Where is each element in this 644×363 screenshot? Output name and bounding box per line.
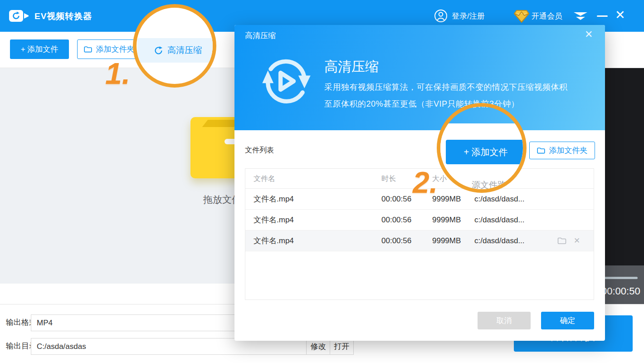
annotation-circle-step1: 高清压缩 bbox=[133, 4, 216, 88]
modal-add-file-button[interactable]: + 添加文件 bbox=[446, 140, 526, 164]
ok-label: 确定 bbox=[560, 315, 576, 326]
collapse-to-tray-icon[interactable] bbox=[573, 12, 588, 21]
cell-filename: 文件名.mp4 bbox=[254, 189, 294, 210]
remove-file-icon[interactable]: ✕ bbox=[574, 237, 580, 245]
open-vip-button[interactable]: 开通会员 bbox=[532, 11, 562, 21]
cell-path: c:/dasd/dasd... bbox=[474, 231, 525, 251]
step-2-number: 2. bbox=[413, 165, 438, 200]
table-row[interactable]: 文件名.mp4 00:00:56 9999MB c:/dasd/dasd... bbox=[245, 210, 594, 231]
open-file-location-icon[interactable] bbox=[557, 237, 566, 246]
app-logo-camera-icon bbox=[9, 9, 29, 23]
login-register-button[interactable]: 登录/注册 bbox=[452, 11, 485, 21]
table-row[interactable]: 文件名.mp4 00:00:56 9999MB c:/dasd/dasd... … bbox=[245, 231, 594, 251]
cell-path: c:/dasd/dasd... bbox=[474, 210, 525, 231]
banner-title: 高清压缩 bbox=[324, 58, 379, 76]
modal-banner: 高清压缩 ✕ 高清压缩 采用独有视频压缩算法，可在保持画质不变的情况下压缩视频体… bbox=[234, 25, 605, 130]
add-file-label: + 添加文件 bbox=[21, 44, 59, 54]
modal-title: 高清压缩 bbox=[245, 30, 276, 41]
app-window: 拖放文件 00:00:50 输出格式 MP4 输出目录 C:/asda/asda… bbox=[0, 0, 644, 363]
banner-desc-line1: 采用独有视频压缩算法，可在保持画质不变的情况下压缩视频体积 bbox=[324, 82, 568, 93]
annotation-circle-step2: + 添加文件 源文件路径 bbox=[437, 103, 527, 193]
cell-size: 9999MB bbox=[432, 210, 461, 231]
cell-duration: 00:00:56 bbox=[381, 189, 411, 210]
cell-size: 9999MB bbox=[432, 231, 461, 251]
minimize-button[interactable] bbox=[597, 15, 608, 17]
add-file-button[interactable]: + 添加文件 bbox=[10, 39, 69, 59]
hd-compress-button[interactable]: 高清压缩 bbox=[137, 38, 216, 63]
player-time: 00:00:50 bbox=[601, 285, 640, 297]
folder-outline-icon bbox=[537, 147, 545, 154]
refresh-icon bbox=[154, 46, 163, 55]
vip-gem-icon[interactable] bbox=[513, 8, 530, 24]
col-header-filename: 文件名 bbox=[254, 169, 275, 189]
modal-add-folder-label: 添加文件夹 bbox=[549, 145, 588, 156]
hd-compress-label: 高清压缩 bbox=[167, 44, 202, 56]
cancel-button[interactable]: 取消 bbox=[478, 312, 531, 329]
cancel-label: 取消 bbox=[497, 315, 512, 326]
modal-close-icon[interactable]: ✕ bbox=[585, 29, 593, 40]
close-window-button[interactable]: ✕ bbox=[615, 8, 625, 22]
cell-duration: 00:00:56 bbox=[381, 231, 411, 251]
user-icon[interactable] bbox=[434, 9, 448, 23]
cell-duration: 00:00:56 bbox=[381, 210, 411, 231]
step-1-number: 1. bbox=[105, 56, 130, 91]
video-compress-icon bbox=[258, 52, 314, 110]
modal-add-folder-button[interactable]: 添加文件夹 bbox=[529, 142, 595, 159]
cell-filename: 文件名.mp4 bbox=[254, 210, 294, 231]
col-header-duration: 时长 bbox=[381, 169, 396, 189]
folder-outline-icon bbox=[84, 46, 92, 53]
cell-filename: 文件名.mp4 bbox=[254, 231, 294, 251]
file-list-label: 文件列表 bbox=[245, 146, 274, 155]
add-folder-label: 添加文件夹 bbox=[96, 44, 135, 54]
ok-button[interactable]: 确定 bbox=[541, 312, 594, 329]
app-title: EV视频转换器 bbox=[34, 10, 92, 22]
modal-add-file-label: + 添加文件 bbox=[463, 146, 507, 158]
